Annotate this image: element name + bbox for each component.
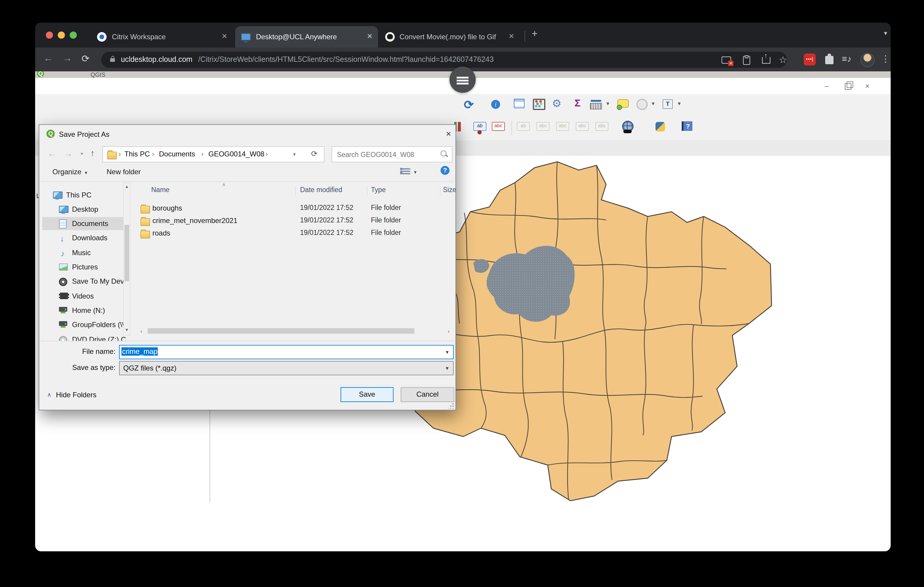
change-label-icon[interactable]: abc — [596, 122, 609, 131]
hide-folders-button[interactable]: Hide Folders — [56, 391, 96, 399]
python-console-icon[interactable] — [655, 122, 665, 132]
bookmark-dropdown-icon[interactable]: ▼ — [651, 101, 655, 107]
tab-search-chevron-icon[interactable]: ▼ — [883, 30, 888, 36]
measure-dropdown-icon[interactable]: ▼ — [606, 101, 610, 107]
scroll-left-icon[interactable]: ‹ — [140, 328, 142, 334]
menu-kebab-icon[interactable]: ⋮ — [881, 54, 890, 64]
column-date-modified[interactable]: Date modified — [300, 186, 342, 193]
sidebar-item-pictures[interactable]: Pictures — [42, 260, 130, 274]
lastpass-extension-icon[interactable]: •••| — [804, 54, 816, 66]
identify-features-icon[interactable]: i — [491, 100, 500, 109]
mac-minimize-button[interactable] — [58, 31, 65, 39]
processing-gear-icon[interactable]: ⚙ — [552, 97, 561, 110]
tab-citrix-workspace[interactable]: Citrix Workspace ✕ — [92, 26, 232, 48]
mac-close-button[interactable] — [46, 31, 53, 39]
sidebar-item-desktop[interactable]: Desktop — [42, 203, 130, 216]
text-annotation-icon[interactable]: T — [663, 99, 673, 109]
sidebar-item-dvd-drive[interactable]: DVD Drive (Z:) C — [42, 333, 130, 341]
search-box[interactable] — [332, 146, 452, 162]
scroll-up-icon[interactable]: ▲ — [124, 183, 130, 190]
file-name-field[interactable]: crime_map ▼ — [119, 345, 454, 359]
measure-icon[interactable] — [590, 103, 602, 109]
close-icon[interactable]: × — [865, 82, 870, 90]
column-size[interactable]: Size — [443, 186, 456, 193]
column-type[interactable]: Type — [371, 186, 386, 193]
sidebar-scrollbar[interactable]: ▲ ▼ — [123, 183, 130, 335]
back-icon[interactable]: ← — [43, 53, 53, 64]
sidebar-item-home-drive[interactable]: Home (N:) — [42, 304, 130, 317]
cancel-button[interactable]: Cancel — [401, 387, 454, 402]
column-name[interactable]: Name — [151, 186, 169, 193]
view-dropdown-icon[interactable]: ▼ — [413, 170, 417, 174]
sidebar-item-groupfolders[interactable]: GroupFolders (\\ — [42, 318, 130, 331]
tab-convert-movie-gif[interactable]: Convert Movie(.mov) file to Gif ✕ — [381, 26, 521, 48]
share-icon[interactable] — [762, 57, 771, 64]
nav-history-chevron-icon[interactable]: ▼ — [80, 152, 84, 156]
organize-button[interactable]: Organize — [53, 168, 81, 176]
address-bar[interactable]: ucldesktop.cloud.com /Citrix/StoreWeb/cl… — [101, 52, 787, 68]
refresh-button[interactable]: ⟳ — [305, 146, 325, 162]
combo-chevron-icon[interactable]: ▼ — [445, 366, 449, 371]
sidebar-item-videos[interactable]: Videos — [42, 289, 130, 303]
hscrollbar-thumb[interactable] — [148, 328, 414, 334]
rotate-label-icon[interactable]: abc — [576, 122, 589, 131]
help-icon[interactable]: ? — [441, 166, 449, 175]
scroll-right-icon[interactable]: › — [448, 328, 449, 334]
tab-close-icon[interactable]: ✕ — [367, 32, 373, 40]
save-as-type-field[interactable]: QGZ files (*.qgz) ▼ — [119, 361, 454, 375]
map-tips-icon[interactable] — [617, 99, 629, 108]
reload-icon[interactable]: ⟳ — [82, 53, 90, 64]
save-button[interactable]: Save — [340, 387, 394, 402]
new-folder-button[interactable]: New folder — [107, 168, 141, 176]
breadcrumb-dropdown-icon[interactable]: ▼ — [292, 152, 297, 156]
new-tab-button[interactable]: + — [532, 28, 538, 40]
view-options-icon[interactable] — [400, 168, 410, 174]
nav-up-icon[interactable]: ↑ — [91, 148, 95, 158]
file-row-crime-met[interactable]: crime_met_november2021 19/01/2022 17:52 … — [139, 215, 452, 227]
mac-zoom-button[interactable] — [70, 31, 77, 39]
tab-desktop-ucl-anywhere[interactable]: Desktop@UCL Anywhere ✕ — [235, 26, 378, 48]
sum-icon[interactable]: Σ — [574, 97, 581, 109]
profile-avatar[interactable] — [860, 53, 874, 67]
pin-labels-icon[interactable]: ab — [517, 122, 530, 131]
file-list-hscrollbar[interactable]: ‹ › — [139, 328, 452, 334]
refresh-icon[interactable]: ⟳ — [464, 97, 474, 112]
nav-forward-icon[interactable]: → — [64, 149, 73, 158]
sidebar-item-save-to-device[interactable]: Save To My Devi — [42, 275, 130, 288]
scroll-down-icon[interactable]: ▼ — [124, 327, 130, 334]
metasearch-icon[interactable] — [622, 121, 634, 132]
breadcrumb-folder[interactable]: GEOG0014_W08 — [208, 150, 264, 158]
combo-chevron-icon[interactable]: ▼ — [445, 350, 449, 355]
bookmark-star-icon[interactable]: ☆ — [779, 54, 787, 66]
label-abc-icon[interactable]: abc — [492, 122, 505, 131]
highlight-labels-icon[interactable]: abc — [536, 122, 549, 131]
dialog-close-icon[interactable]: × — [446, 128, 451, 138]
breadcrumb-this-pc[interactable]: This PC — [124, 150, 150, 158]
annotation-dropdown-icon[interactable]: ▼ — [677, 101, 682, 107]
breadcrumb-documents[interactable]: Documents — [159, 150, 195, 158]
sidebar-item-downloads[interactable]: ↓ Downloads — [42, 231, 130, 245]
sidebar-item-music[interactable]: ♪ Music — [42, 246, 130, 259]
search-input[interactable] — [336, 148, 439, 161]
stop-sharing-icon[interactable]: ✕ — [721, 56, 731, 64]
move-label-icon[interactable]: abc — [556, 122, 569, 131]
bookmark-icon[interactable] — [637, 99, 648, 110]
statistics-icon[interactable] — [533, 99, 545, 110]
citrix-session-menu-button[interactable] — [449, 67, 476, 93]
extensions-puzzle-icon[interactable] — [825, 56, 833, 64]
sidebar-item-this-pc[interactable]: This PC — [42, 189, 130, 202]
forward-icon[interactable]: → — [63, 53, 72, 64]
file-row-roads[interactable]: roads 19/01/2022 17:52 File folder — [139, 227, 452, 240]
file-row-boroughs[interactable]: boroughs 19/01/2022 17:52 File folder — [139, 202, 452, 215]
scrollbar-thumb[interactable] — [124, 225, 129, 281]
nav-back-icon[interactable]: ← — [48, 149, 56, 158]
breadcrumb-bar[interactable]: › This PC › Documents › GEOG0014_W08 › ▼ — [102, 146, 306, 162]
sidebar-item-documents[interactable]: Documents — [42, 217, 130, 230]
attribute-table-icon[interactable] — [514, 99, 525, 108]
tab-close-icon[interactable]: ✕ — [221, 32, 228, 40]
restore-icon[interactable] — [845, 83, 851, 90]
resize-grip[interactable] — [448, 403, 454, 409]
help-icon[interactable]: ? — [682, 121, 692, 131]
minimize-icon[interactable]: – — [825, 82, 829, 90]
labeling-icon[interactable]: ab — [473, 122, 487, 131]
